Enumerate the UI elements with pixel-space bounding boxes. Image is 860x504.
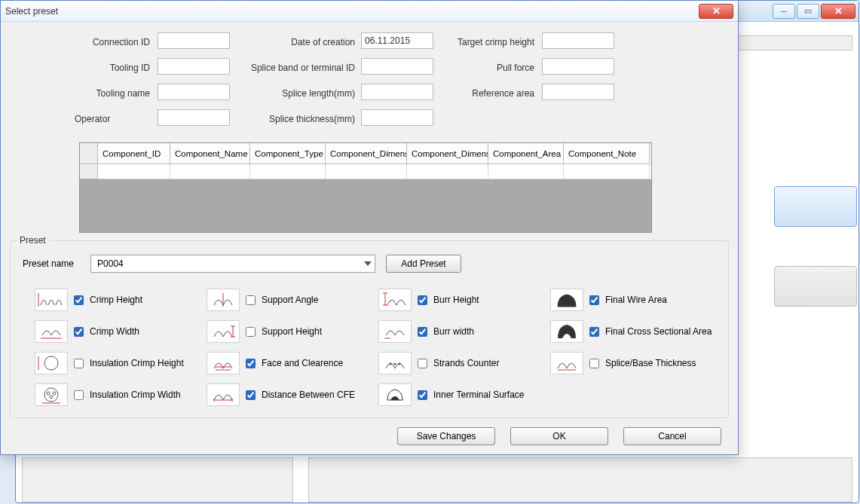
reference-area-label: Reference area — [444, 85, 534, 99]
tooling-id-input[interactable] — [158, 58, 230, 75]
operator-label: Operator — [75, 111, 150, 124]
opt-strands-counter: Strands Counter — [378, 348, 544, 378]
ins-crimp-width-checkbox[interactable] — [74, 390, 84, 400]
strands-counter-icon — [378, 352, 412, 374]
opt-label: Crimp Width — [90, 326, 139, 337]
opt-label: Crimp Height — [90, 295, 142, 305]
ins-crimp-height-checkbox[interactable] — [74, 359, 84, 368]
svg-point-7 — [50, 396, 53, 399]
opt-label: Burr Height — [433, 295, 479, 305]
opt-ins-crimp-width: Insulation Crimp Width — [35, 380, 200, 410]
reference-area-input[interactable] — [542, 84, 614, 100]
parent-window-controls: ─ ▭ ✕ — [773, 4, 855, 19]
opt-label: Burr width — [433, 326, 474, 337]
add-preset-button[interactable]: Add Preset — [386, 255, 461, 273]
splice-base-checkbox[interactable] — [589, 359, 599, 368]
distance-cfe-icon — [207, 383, 240, 406]
face-clearance-checkbox[interactable] — [246, 359, 256, 368]
opt-burr-width: Burr width — [378, 316, 544, 347]
crimp-width-checkbox[interactable] — [74, 327, 84, 337]
date-of-creation-label: Date of creation — [249, 34, 355, 47]
operator-input[interactable] — [158, 109, 230, 126]
grid-col-header[interactable]: Component_Dimens — [407, 143, 488, 164]
splice-band-label: Splice band or terminal ID — [249, 60, 355, 73]
splice-thickness-input[interactable] — [361, 109, 433, 126]
grid-cell[interactable] — [326, 164, 407, 179]
crimp-height-checkbox[interactable] — [74, 295, 84, 305]
select-preset-dialog: Select preset ✕ Connection ID Tooling ID… — [0, 0, 739, 455]
burr-width-checkbox[interactable] — [418, 327, 427, 337]
opt-distance-cfe: Distance Between CFE — [207, 380, 372, 410]
grid-cell[interactable] — [488, 164, 564, 179]
ok-button[interactable]: OK — [510, 427, 608, 445]
opt-label: Inner Terminal Surface — [433, 389, 525, 400]
final-wire-area-icon — [550, 289, 583, 311]
target-crimp-label: Target crimp height — [444, 34, 534, 47]
opt-label: Support Height — [262, 326, 322, 337]
grid-empty-row[interactable] — [80, 164, 651, 179]
svg-point-4 — [44, 388, 58, 402]
grid-col-header[interactable]: Component_Area — [488, 143, 564, 164]
burr-width-icon — [378, 320, 412, 343]
distance-cfe-checkbox[interactable] — [246, 390, 256, 400]
preset-selected-value: P0004 — [97, 258, 124, 269]
opt-final-cross: Final Cross Sectional Area — [550, 316, 716, 347]
opt-label: Distance Between CFE — [262, 389, 355, 400]
opt-face-clearance: Face and Clearence — [207, 348, 372, 378]
opt-label: Strands Counter — [433, 358, 499, 368]
splice-base-icon — [550, 352, 583, 374]
face-clearance-icon — [207, 352, 240, 374]
splice-length-input[interactable] — [361, 84, 433, 100]
support-height-checkbox[interactable] — [246, 327, 256, 337]
svg-point-1 — [390, 363, 392, 365]
cancel-button[interactable]: Cancel — [623, 427, 721, 445]
dialog-close-button[interactable]: ✕ — [699, 4, 733, 19]
splice-band-input[interactable] — [361, 58, 433, 75]
opt-label: Insulation Crimp Width — [90, 389, 181, 400]
form-area: Connection ID Tooling ID Tooling name Op… — [10, 29, 729, 142]
strands-counter-checkbox[interactable] — [418, 359, 427, 368]
target-crimp-input[interactable] — [542, 32, 614, 49]
save-changes-button[interactable]: Save Changes — [397, 427, 495, 445]
svg-point-2 — [394, 363, 396, 365]
minimize-button[interactable]: ─ — [773, 4, 795, 19]
preset-options-grid: Crimp Height Support Angle Burr Height F… — [18, 285, 721, 410]
tooling-name-input[interactable] — [158, 84, 230, 100]
inner-terminal-checkbox[interactable] — [418, 390, 427, 400]
splice-length-label: Splice length(mm) — [249, 85, 355, 99]
pull-force-label: Pull force — [444, 60, 534, 73]
grid-cell[interactable] — [250, 164, 326, 179]
grid-col-header[interactable]: Component_Note — [564, 143, 650, 164]
pull-force-input[interactable] — [542, 58, 614, 75]
bg-side-button-2[interactable] — [774, 266, 857, 307]
grid-cell[interactable] — [407, 164, 488, 179]
opt-support-angle: Support Angle — [207, 285, 372, 315]
date-of-creation-input[interactable] — [361, 32, 433, 49]
preset-name-combo[interactable]: P0004 — [90, 255, 375, 273]
final-wire-area-checkbox[interactable] — [589, 295, 599, 305]
burr-height-checkbox[interactable] — [418, 295, 427, 305]
svg-point-5 — [47, 392, 50, 395]
final-cross-checkbox[interactable] — [589, 327, 599, 337]
opt-label: Face and Clearence — [262, 358, 343, 368]
grid-cell[interactable] — [564, 164, 650, 179]
maximize-button[interactable]: ▭ — [797, 4, 819, 19]
opt-label: Insulation Crimp Height — [90, 358, 184, 368]
grid-cell[interactable] — [98, 164, 170, 179]
grid-col-header[interactable]: Component_Name — [170, 143, 250, 164]
bg-side-button-1[interactable] — [774, 186, 857, 227]
opt-label: Final Cross Sectional Area — [605, 326, 712, 337]
grid-col-header[interactable]: Component_Dimens — [326, 143, 407, 164]
final-cross-icon — [550, 320, 583, 343]
support-angle-checkbox[interactable] — [246, 295, 256, 305]
component-grid[interactable]: Component_ID Component_Name Component_Ty… — [79, 142, 652, 233]
connection-id-input[interactable] — [158, 32, 230, 49]
dialog-titlebar: Select preset ✕ — [1, 1, 738, 22]
grid-cell[interactable] — [170, 164, 250, 179]
close-button[interactable]: ✕ — [821, 4, 855, 19]
opt-ins-crimp-height: Insulation Crimp Height — [35, 348, 200, 378]
grid-col-header[interactable]: Component_Type — [250, 143, 326, 164]
grid-col-header[interactable]: Component_ID — [98, 143, 170, 164]
chevron-down-icon — [364, 261, 372, 266]
tooling-id-label: Tooling ID — [75, 60, 150, 73]
